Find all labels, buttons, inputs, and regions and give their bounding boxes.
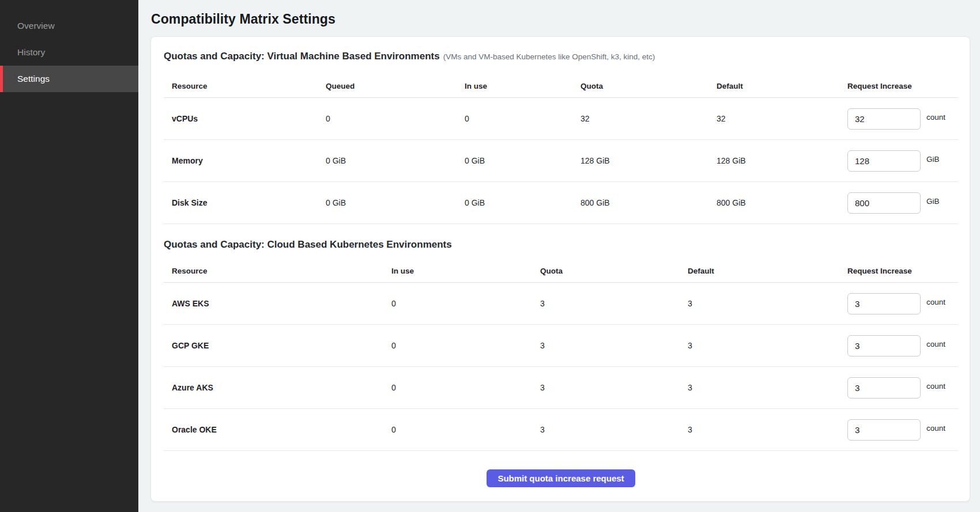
unit-label: count xyxy=(926,298,945,306)
vm-section: Quotas and Capacity: Virtual Machine Bas… xyxy=(164,51,958,224)
in-use-value: 0 GiB xyxy=(465,156,581,165)
button-row: Submit quota increase request xyxy=(164,469,958,487)
sidebar-item-history[interactable]: History xyxy=(0,39,138,66)
cloud-section-title: Quotas and Capacity: Cloud Based Kuberne… xyxy=(164,239,958,251)
cloud-table-header: Resource In use Quota Default Request In… xyxy=(164,260,958,283)
default-value: 3 xyxy=(688,425,847,434)
azure-aks-request-input[interactable] xyxy=(847,377,921,399)
table-row-vcpus: vCPUs 0 0 32 32 count xyxy=(164,98,958,140)
main-content: Compatibility Matrix Settings Quotas and… xyxy=(138,0,980,512)
table-row-disk-size: Disk Size 0 GiB 0 GiB 800 GiB 800 GiB Gi… xyxy=(164,182,958,224)
resource-name: AWS EKS xyxy=(164,299,391,308)
unit-label: count xyxy=(926,340,945,348)
default-value: 128 GiB xyxy=(717,156,847,165)
table-row-gcp-gke: GCP GKE 0 3 3 count xyxy=(164,325,958,367)
unit-label: GiB xyxy=(926,197,940,206)
column-header-resource: Resource xyxy=(164,267,391,275)
queued-value: 0 GiB xyxy=(326,198,465,207)
request-increase-cell: GiB xyxy=(847,192,958,214)
in-use-value: 0 xyxy=(391,299,540,308)
queued-value: 0 xyxy=(326,114,465,123)
quota-value: 3 xyxy=(540,425,688,434)
cloud-section: Quotas and Capacity: Cloud Based Kuberne… xyxy=(164,239,958,451)
quota-value: 3 xyxy=(540,299,688,308)
default-value: 3 xyxy=(688,383,847,392)
unit-label: count xyxy=(926,424,945,433)
sidebar: Overview History Settings xyxy=(0,0,138,512)
sidebar-item-label: Overview xyxy=(17,21,55,31)
in-use-value: 0 GiB xyxy=(465,198,581,207)
resource-name: Disk Size xyxy=(164,198,326,207)
aws-eks-request-input[interactable] xyxy=(847,293,921,314)
submit-quota-increase-button[interactable]: Submit quota increase request xyxy=(487,469,635,487)
column-header-in-use: In use xyxy=(465,82,581,90)
in-use-value: 0 xyxy=(465,114,581,123)
in-use-value: 0 xyxy=(391,383,540,392)
table-row-aws-eks: AWS EKS 0 3 3 count xyxy=(164,283,958,325)
sidebar-item-overview[interactable]: Overview xyxy=(0,13,138,39)
request-increase-cell: count xyxy=(847,335,958,356)
column-header-in-use: In use xyxy=(391,267,540,275)
request-increase-cell: count xyxy=(847,293,958,314)
table-row-azure-aks: Azure AKS 0 3 3 count xyxy=(164,367,958,409)
table-row-oracle-oke: Oracle OKE 0 3 3 count xyxy=(164,409,958,451)
resource-name: Azure AKS xyxy=(164,383,391,392)
unit-label: count xyxy=(926,113,945,122)
vm-section-header: Quotas and Capacity: Virtual Machine Bas… xyxy=(164,51,958,62)
gcp-gke-request-input[interactable] xyxy=(847,335,921,356)
column-header-resource: Resource xyxy=(164,82,326,90)
vm-table-header: Resource Queued In use Quota Default Req… xyxy=(164,75,958,98)
column-header-quota: Quota xyxy=(540,267,688,275)
column-header-queued: Queued xyxy=(326,82,465,90)
resource-name: vCPUs xyxy=(164,114,326,123)
vm-section-subtitle: (VMs and VM-based Kubernetes like OpenSh… xyxy=(443,52,655,61)
sidebar-item-settings[interactable]: Settings xyxy=(0,66,138,92)
quota-value: 3 xyxy=(540,341,688,350)
column-header-default: Default xyxy=(717,82,847,90)
request-increase-cell: count xyxy=(847,377,958,399)
unit-label: count xyxy=(926,382,945,390)
in-use-value: 0 xyxy=(391,341,540,350)
column-header-request-increase: Request Increase xyxy=(847,267,958,275)
quota-value: 32 xyxy=(581,114,717,123)
oracle-oke-request-input[interactable] xyxy=(847,419,921,441)
default-value: 3 xyxy=(688,341,847,350)
default-value: 3 xyxy=(688,299,847,308)
quota-settings-card: Quotas and Capacity: Virtual Machine Bas… xyxy=(150,36,970,502)
quota-value: 800 GiB xyxy=(581,198,717,207)
request-increase-cell: GiB xyxy=(847,150,958,172)
quota-value: 3 xyxy=(540,383,688,392)
disk-size-request-input[interactable] xyxy=(847,192,921,214)
vcpus-request-input[interactable] xyxy=(847,108,921,130)
resource-name: Oracle OKE xyxy=(164,425,391,434)
column-header-quota: Quota xyxy=(581,82,717,90)
request-increase-cell: count xyxy=(847,419,958,441)
quota-value: 128 GiB xyxy=(581,156,717,165)
default-value: 32 xyxy=(717,114,847,123)
unit-label: GiB xyxy=(926,155,940,164)
resource-name: Memory xyxy=(164,156,326,165)
sidebar-item-label: Settings xyxy=(17,74,50,84)
request-increase-cell: count xyxy=(847,108,958,130)
table-row-memory: Memory 0 GiB 0 GiB 128 GiB 128 GiB GiB xyxy=(164,140,958,182)
vm-section-title: Quotas and Capacity: Virtual Machine Bas… xyxy=(164,51,440,62)
column-header-request-increase: Request Increase xyxy=(847,82,958,90)
column-header-default: Default xyxy=(688,267,847,275)
default-value: 800 GiB xyxy=(717,198,847,207)
resource-name: GCP GKE xyxy=(164,341,391,350)
in-use-value: 0 xyxy=(391,425,540,434)
page-title: Compatibility Matrix Settings xyxy=(151,12,970,27)
app-window: Overview History Settings Compatibility … xyxy=(0,0,980,512)
sidebar-item-label: History xyxy=(17,47,45,58)
memory-request-input[interactable] xyxy=(847,150,921,172)
queued-value: 0 GiB xyxy=(326,156,465,165)
